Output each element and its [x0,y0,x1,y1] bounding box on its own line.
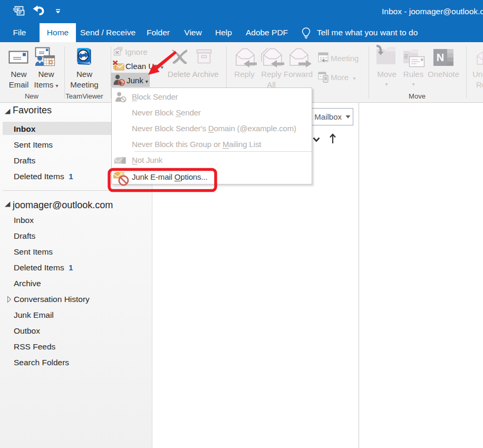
svg-text:N: N [437,52,444,63]
